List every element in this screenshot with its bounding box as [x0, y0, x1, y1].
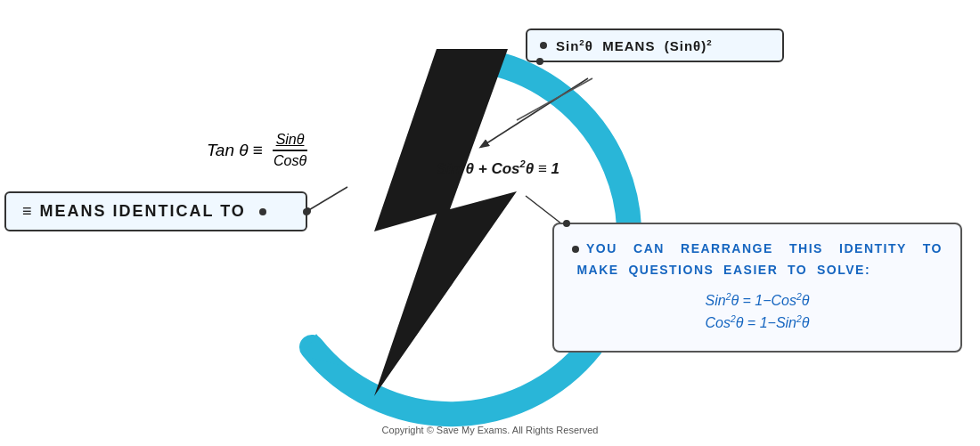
rearrange-heading: YOU CAN REARRANGE THIS IDENTITY TO MAKE …: [572, 239, 943, 281]
lightning-bolt: [374, 49, 517, 396]
fraction-numerator: Sinθ: [273, 132, 308, 151]
tan-label: Tan θ ≡: [207, 141, 263, 160]
identical-to-text: ≡ MEANS IDENTICAL TO: [22, 202, 246, 220]
callout-bottom-dot: [572, 246, 579, 253]
pythagorean-identity: Sin2θ + Cos2θ ≡ 1: [437, 158, 559, 178]
callout-left-dot: [259, 208, 266, 215]
sin-squared-callout: Sin2θ MEANS (Sinθ)2: [526, 28, 784, 62]
sin-cos-fraction: Sinθ Cosθ: [270, 132, 310, 169]
copyright-text: Copyright © Save My Exams. All Rights Re…: [382, 425, 599, 435]
svg-marker-1: [374, 49, 517, 396]
formula-sin-rearranged: Sin2θ = 1−Cos2θ: [572, 292, 943, 309]
identical-to-callout: ≡ MEANS IDENTICAL TO: [4, 191, 307, 231]
callout-top-dot: [540, 42, 547, 49]
arrow-left-callout: [307, 187, 347, 211]
fraction-denominator: Cosθ: [270, 151, 310, 169]
rearrange-callout: YOU CAN REARRANGE THIS IDENTITY TO MAKE …: [552, 223, 962, 353]
callout-top-text: Sin2θ MEANS (Sinθ)2: [556, 37, 713, 53]
formula-cos-rearranged: Cos2θ = 1−Sin2θ: [572, 314, 943, 331]
tan-formula: Tan θ ≡ Sinθ Cosθ: [207, 132, 310, 169]
